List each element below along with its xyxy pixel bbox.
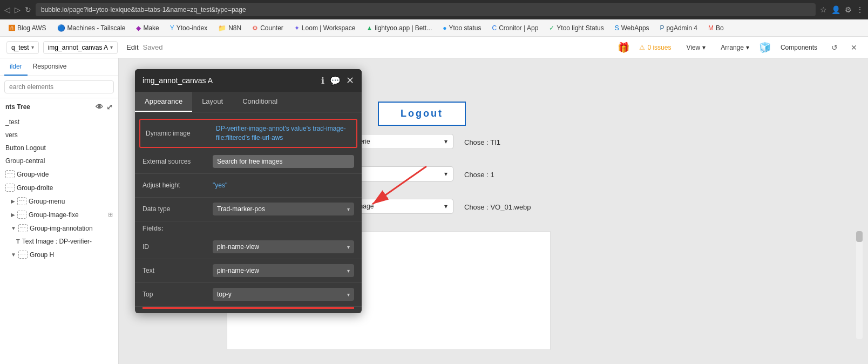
tab-conditional[interactable]: Conditional [233, 92, 287, 112]
bookmark-counter[interactable]: ⚙ Counter [248, 23, 288, 33]
top-arrow: ▾ [347, 292, 350, 298]
data-type-value: Trad-marker-pos [217, 205, 265, 213]
element-selector[interactable]: img_annot_canvas A ▾ [43, 41, 118, 54]
app-header: q_test ▾ img_annot_canvas A ▾ Edit Saved… [0, 37, 868, 58]
bookmark-counter-label: Counter [260, 24, 283, 32]
bookmark-lightyoo-label: lightyoo.app | Bett... [375, 24, 432, 32]
chose-1-label: Chose : TI1 [464, 138, 500, 146]
view-button[interactable]: View ▾ [681, 42, 711, 53]
tree-item-vers[interactable]: vers [0, 129, 118, 141]
bookmark-blog-aws[interactable]: 🅰 Blog AWS [4, 23, 51, 33]
data-type-dropdown[interactable]: Trad-marker-pos ▾ [213, 203, 354, 215]
bookmark-pgadmin[interactable]: P pgAdmin 4 [656, 23, 702, 33]
sidebar-search [0, 76, 118, 98]
group-vide-box-icon: ⋯ [5, 170, 15, 178]
bookmark-ytoo-index-label: Ytoo-index [177, 24, 207, 32]
tree-item-group-droite-label: Group-droite [17, 184, 53, 192]
expand-icon[interactable]: ⤢ [106, 103, 113, 111]
bookmark-ytoo-light[interactable]: ✓ Ytoo light Status [545, 23, 608, 33]
bookmark-m[interactable]: M Bo [704, 23, 728, 33]
external-sources-label: External sources [143, 158, 213, 165]
panel-tabs: Appearance Layout Conditional [135, 92, 362, 112]
close-button[interactable]: ✕ [846, 41, 862, 54]
tree-item-text-image[interactable]: T Text Image : DP-verifier- [0, 235, 118, 248]
canvas-scrollbar[interactable] [856, 231, 863, 339]
issues-label: 0 issues [647, 44, 671, 51]
browser-refresh-icon[interactable]: ↻ [25, 5, 31, 14]
tree-item-group-central-label: Group-central [5, 157, 45, 165]
id-dropdown[interactable]: pin-name-view ▾ [213, 240, 354, 253]
bookmark-blog-aws-label: Blog AWS [17, 24, 46, 32]
scrollbar-thumb[interactable] [856, 231, 863, 242]
data-type-arrow: ▾ [347, 206, 350, 212]
tree-item-button-logout-label: Button Logout [5, 144, 46, 152]
arrange-button[interactable]: Arrange ▾ [715, 42, 755, 53]
bookmark-loom[interactable]: ✦ Loom | Workspace [290, 23, 360, 33]
tree-item-group-img-annotation[interactable]: ▼ ⋯ Group-img-annotation [0, 221, 118, 235]
tab-builder[interactable]: ilder [4, 58, 28, 76]
profile-icon[interactable]: 👤 [831, 5, 840, 14]
components-button[interactable]: Components [775, 42, 823, 53]
tree-item-test[interactable]: _test [0, 116, 118, 129]
tree-item-group-img-annotation-label: Group-img-annotation [30, 225, 93, 232]
tab-responsive[interactable]: Responsive [28, 58, 72, 76]
tab-appearance[interactable]: Appearance [135, 92, 192, 112]
tree-item-group-vide-label: Group-vide [17, 171, 49, 178]
menu-icon[interactable]: ⋮ [856, 5, 864, 14]
comment-icon[interactable]: 💬 [330, 76, 341, 86]
dropdown-image-arrow: ▾ [444, 203, 447, 210]
extensions-icon[interactable]: ⚙ [845, 5, 852, 14]
panel-close-button[interactable]: ✕ [346, 75, 354, 86]
browser-back-icon[interactable]: ◁ [4, 5, 10, 14]
undo-button[interactable]: ↺ [827, 41, 842, 54]
search-images-label: Search for free images [217, 158, 282, 165]
tree-item-group-vide[interactable]: ⋯ Group-vide [0, 167, 118, 181]
bookmark-ytoo-status[interactable]: ● Ytoo status [438, 23, 485, 33]
bookmark-make[interactable]: ◆ Make [132, 23, 163, 33]
search-images-button[interactable]: Search for free images [213, 155, 354, 168]
group-h-box-icon: ⋯ [18, 251, 28, 259]
bookmark-icon[interactable]: ☆ [820, 5, 827, 14]
bookmark-webapps[interactable]: S WebApps [611, 23, 654, 33]
bookmark-ytoo-index[interactable]: Y Ytoo-index [166, 23, 212, 33]
group-image-fixe-box-icon: ⋯ [17, 211, 26, 219]
field-id: ID pin-name-view ▾ [135, 235, 362, 259]
text-dropdown[interactable]: pin-name-view ▾ [213, 264, 354, 277]
gift-icon[interactable]: 🎁 [618, 42, 629, 53]
tab-layout[interactable]: Layout [192, 92, 233, 112]
tree-item-group-h[interactable]: ▼ ⋯ Group H [0, 248, 118, 261]
adjust-height-value[interactable]: "yes" [213, 181, 354, 190]
info-icon[interactable]: ℹ [321, 76, 324, 86]
tree-item-test-label: _test [5, 118, 19, 126]
eye-icon[interactable]: 👁 [96, 103, 103, 111]
logout-button[interactable]: Logout [378, 102, 466, 126]
bookmark-ytoo-status-label: Ytoo status [449, 24, 481, 32]
bookmark-lightyoo[interactable]: ▲ lightyoo.app | Bett... [362, 23, 436, 33]
tree-icons: 👁 ⤢ [96, 103, 113, 111]
browser-bar: ◁ ▷ ↻ bubble.io/page?id=ytoo-lexique&tab… [0, 0, 868, 19]
tree-item-group-image-fixe[interactable]: ▶ ⋯ Group-image-fixe ⊞ [0, 208, 118, 221]
tree-item-group-droite[interactable]: ⋯ Group-droite [0, 181, 118, 194]
bookmark-make-label: Make [143, 24, 159, 32]
browser-forward-icon[interactable]: ▷ [15, 5, 21, 14]
page-selector[interactable]: q_test ▾ [6, 41, 39, 54]
group-menu-box-icon: ⋯ [17, 197, 26, 205]
search-input[interactable] [4, 80, 114, 93]
bookmark-tailscale[interactable]: 🔵 Machines - Tailscale [53, 23, 130, 33]
browser-url-bar[interactable]: bubble.io/page?id=ytoo-lexique&tab=tabs-… [36, 3, 816, 16]
bookmark-cronitor[interactable]: C Cronitor | App [488, 23, 543, 33]
text-arrow: ▾ [347, 268, 350, 274]
tree-item-button-logout[interactable]: Button Logout [0, 141, 118, 154]
dynamic-image-value[interactable]: DP-verifier-image-annot's value's trad-i… [216, 124, 351, 143]
top-value: top-y [217, 291, 232, 298]
webapps-icon: S [615, 24, 619, 32]
data-type-label: Data type [143, 205, 213, 213]
bookmark-n8n[interactable]: 📁 N8N [214, 23, 246, 33]
tailscale-icon: 🔵 [57, 24, 65, 32]
tree-item-group-central[interactable]: Group-central [0, 154, 118, 167]
tree-item-group-menu[interactable]: ▶ ⋯ Group-menu [0, 194, 118, 208]
top-dropdown[interactable]: top-y ▾ [213, 288, 354, 301]
issues-button[interactable]: ⚠ 0 issues [634, 42, 676, 53]
lightyoo-icon: ▲ [366, 24, 372, 32]
text-image-t-icon: T [16, 238, 20, 245]
